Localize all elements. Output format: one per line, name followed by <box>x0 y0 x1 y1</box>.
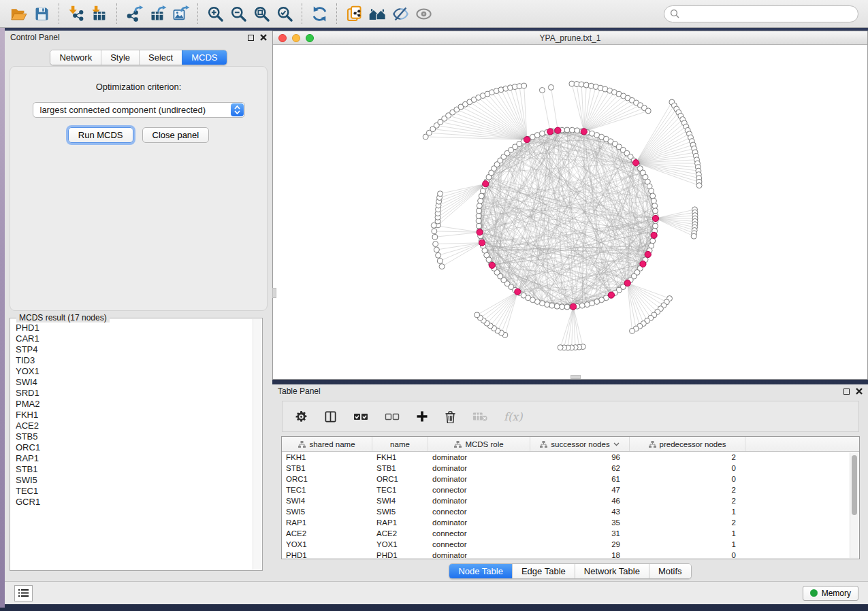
import-network-button[interactable] <box>65 2 88 25</box>
ring-node[interactable] <box>478 198 483 203</box>
delete-column-button[interactable] <box>445 410 456 423</box>
settings-button[interactable] <box>295 410 308 423</box>
network-canvas[interactable] <box>273 45 867 379</box>
refresh-button[interactable] <box>308 2 331 25</box>
ring-node[interactable] <box>564 304 570 310</box>
result-scrollbar[interactable] <box>253 319 261 569</box>
ring-node[interactable] <box>575 128 580 133</box>
column-header-successor-nodes[interactable]: successor nodes <box>530 437 630 451</box>
leaf-node[interactable] <box>539 88 545 93</box>
tab-select[interactable]: Select <box>139 50 182 65</box>
column-header-MCDS-role[interactable]: MCDS role <box>428 437 530 451</box>
table-row[interactable]: ACE2ACE2connector311 <box>282 528 859 539</box>
close-table-panel-icon[interactable] <box>856 388 863 395</box>
leaf-node[interactable] <box>645 108 651 114</box>
ring-node[interactable] <box>476 213 481 218</box>
mcds-result-item[interactable]: CAR1 <box>16 333 252 344</box>
mcds-result-item[interactable]: FKH1 <box>16 410 252 420</box>
open-file-button[interactable] <box>7 2 30 25</box>
export-network-button[interactable] <box>123 2 146 25</box>
criterion-dropdown[interactable]: largest connected component (undirected) <box>33 102 245 118</box>
leaf-node[interactable] <box>521 83 527 88</box>
column-header-predecessor-nodes[interactable]: predecessor nodes <box>630 437 745 451</box>
tab-network-table[interactable]: Network Table <box>575 564 649 578</box>
mcds-hub-node[interactable] <box>524 137 530 143</box>
search-input[interactable] <box>679 9 852 18</box>
ring-node[interactable] <box>554 303 560 309</box>
search-box[interactable] <box>664 5 858 22</box>
ring-node[interactable] <box>569 127 575 133</box>
mcds-hub-node[interactable] <box>483 181 489 187</box>
mcds-result-item[interactable]: PMA2 <box>16 399 252 410</box>
ring-node[interactable] <box>477 223 482 229</box>
mcds-result-item[interactable]: YOX1 <box>16 366 252 377</box>
ring-node[interactable] <box>652 203 658 209</box>
mcds-hub-node[interactable] <box>581 129 587 135</box>
table-row[interactable]: RAP1RAP1dominator352 <box>282 517 859 528</box>
ring-node[interactable] <box>653 208 658 214</box>
tab-node-table[interactable]: Node Table <box>449 564 512 578</box>
mcds-hub-node[interactable] <box>624 280 630 286</box>
float-table-panel-icon[interactable] <box>843 389 850 395</box>
tab-motifs[interactable]: Motifs <box>649 564 691 578</box>
mcds-result-item[interactable]: ORC1 <box>16 442 252 453</box>
mcds-hub-node[interactable] <box>632 160 639 166</box>
mcds-hub-node[interactable] <box>608 292 614 298</box>
leaf-node[interactable] <box>475 312 480 318</box>
mcds-result-item[interactable]: TEC1 <box>16 486 252 497</box>
table-row[interactable]: SWI5SWI5connector431 <box>282 506 859 517</box>
leaf-node[interactable] <box>696 183 702 188</box>
select-all-button[interactable] <box>353 412 368 421</box>
leaf-node[interactable] <box>432 229 437 234</box>
table-row[interactable]: PHD1PHD1dominator180 <box>282 550 859 559</box>
mcds-hub-node[interactable] <box>651 232 657 238</box>
mcds-hub-node[interactable] <box>515 288 521 295</box>
leaf-node[interactable] <box>431 222 436 228</box>
mcds-hub-node[interactable] <box>645 251 651 257</box>
mcds-hub-node[interactable] <box>652 215 658 221</box>
mcds-result-item[interactable]: PHD1 <box>16 323 252 333</box>
table-scrollbar-thumb[interactable] <box>852 455 857 515</box>
leaf-node[interactable] <box>436 252 441 258</box>
ring-node[interactable] <box>579 303 585 308</box>
home-button[interactable] <box>366 2 389 25</box>
add-column-button[interactable] <box>416 410 428 423</box>
ring-node[interactable] <box>651 198 656 203</box>
mcds-hub-node[interactable] <box>570 303 577 310</box>
split-handle-vertical[interactable] <box>272 288 276 298</box>
mcds-result-item[interactable]: SWI5 <box>16 475 252 486</box>
mcds-result-item[interactable]: RAP1 <box>16 453 252 464</box>
network-titlebar[interactable]: YPA_prune.txt_1 <box>273 31 867 45</box>
task-history-button[interactable] <box>14 585 33 601</box>
ring-node[interactable] <box>549 303 555 308</box>
share-document-button[interactable] <box>342 2 366 25</box>
column-header-shared-name[interactable]: shared name <box>282 437 372 451</box>
ring-node[interactable] <box>653 223 658 229</box>
leaf-node[interactable] <box>630 328 635 333</box>
tab-network[interactable]: Network <box>50 50 101 65</box>
ring-node[interactable] <box>584 302 590 308</box>
leaf-node[interactable] <box>432 234 438 240</box>
save-session-button[interactable] <box>30 2 53 25</box>
tab-edge-table[interactable]: Edge Table <box>512 564 575 578</box>
ring-node[interactable] <box>560 304 565 310</box>
hide-graphics-details-button[interactable] <box>389 2 412 25</box>
run-mcds-button[interactable]: Run MCDS <box>68 127 133 143</box>
table-row[interactable]: SWI4SWI4dominator462 <box>282 495 859 506</box>
table-row[interactable]: FKH1FKH1dominator962 <box>282 452 859 463</box>
mcds-hub-node[interactable] <box>555 127 561 133</box>
export-image-button[interactable] <box>169 2 192 25</box>
split-columns-button[interactable] <box>324 410 337 423</box>
zoom-selected-button[interactable] <box>273 2 296 25</box>
mcds-result-item[interactable]: TID3 <box>16 355 252 366</box>
mcds-hub-node[interactable] <box>489 262 495 268</box>
float-panel-icon[interactable] <box>248 35 254 41</box>
mcds-result-item[interactable]: STB1 <box>16 464 252 475</box>
mcds-result-item[interactable]: GCR1 <box>16 497 252 508</box>
ring-node[interactable] <box>650 193 656 199</box>
tab-style[interactable]: Style <box>101 50 139 65</box>
table-row[interactable]: YOX1YOX1connector291 <box>282 539 859 550</box>
show-graphics-details-button[interactable] <box>412 2 435 25</box>
deselect-all-button[interactable] <box>385 412 400 421</box>
ring-node[interactable] <box>477 208 482 214</box>
